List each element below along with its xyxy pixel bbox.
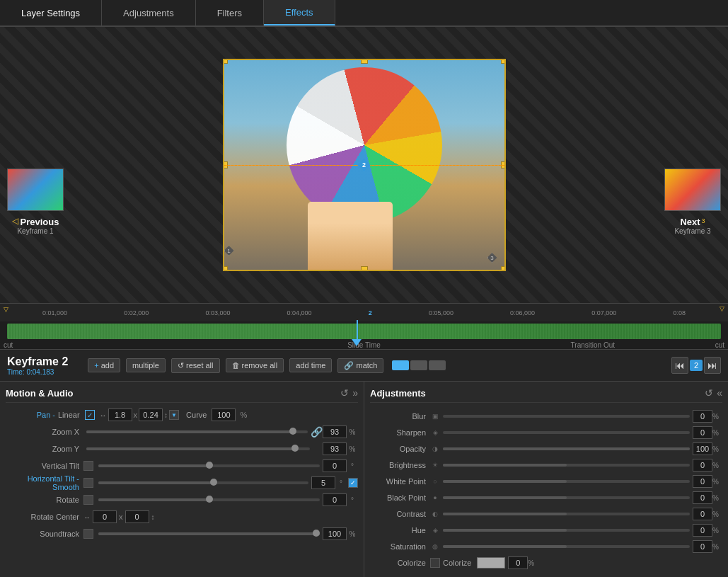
match-button[interactable]: 🔗 match bbox=[337, 358, 383, 373]
rotate-center-row: Rotate Center ↔ 0 x 0 ↕ bbox=[6, 509, 358, 525]
preview-image-container: 2 1 3 bbox=[223, 59, 506, 271]
rotate-value[interactable]: 0 bbox=[323, 493, 347, 506]
zoom-y-unit: % bbox=[347, 445, 358, 453]
rotate-row: Rotate 0 ° bbox=[6, 492, 358, 508]
reset-all-label: reset all bbox=[186, 361, 214, 370]
curve-value[interactable]: 100 bbox=[212, 409, 236, 421]
zoom-x-value[interactable]: 93 bbox=[323, 425, 347, 438]
prev-keyframe-icon: ◁ bbox=[12, 216, 18, 226]
reset-all-button[interactable]: ↺ reset all bbox=[171, 358, 220, 373]
contrast-slider[interactable] bbox=[443, 513, 690, 515]
zoom-x-row: Zoom X 🔗 93 % bbox=[6, 424, 358, 440]
sharpen-label: Sharpen bbox=[370, 428, 430, 437]
hue-value[interactable]: 0 bbox=[693, 524, 712, 537]
sharpen-slider[interactable] bbox=[443, 431, 690, 434]
tick-8: 0:07,000 bbox=[591, 309, 616, 316]
adj-expand-btn[interactable]: « bbox=[717, 387, 722, 399]
tab-effects[interactable]: Effects bbox=[264, 0, 335, 25]
opacity-slider[interactable] bbox=[443, 447, 690, 450]
handle-bottom-right[interactable] bbox=[501, 266, 506, 271]
hue-icon: ◈ bbox=[430, 525, 440, 535]
rotate-center-y[interactable]: 0 bbox=[125, 510, 149, 523]
opacity-value[interactable]: 100 bbox=[693, 442, 712, 455]
sharpen-value[interactable]: 0 bbox=[693, 426, 712, 439]
link-icon: 🔗 bbox=[344, 361, 354, 370]
black-point-value[interactable]: 0 bbox=[693, 491, 712, 504]
playhead-line bbox=[357, 320, 358, 341]
zoom-y-slider[interactable] bbox=[86, 447, 310, 450]
pan-y-value[interactable]: 0.24 bbox=[139, 409, 163, 421]
add-time-button[interactable]: add time bbox=[289, 358, 332, 372]
colorize-value[interactable]: 0 bbox=[508, 556, 528, 569]
blur-value[interactable]: 0 bbox=[693, 410, 712, 423]
soundtrack-slider[interactable] bbox=[98, 532, 320, 535]
saturation-slider[interactable] bbox=[443, 545, 690, 548]
saturation-unit: % bbox=[712, 543, 722, 551]
vertical-tilt-slider[interactable] bbox=[98, 464, 320, 467]
brightness-value[interactable]: 0 bbox=[693, 459, 712, 472]
preview-area: ◁ Previous Keyframe 1 2 bbox=[0, 27, 728, 303]
prev-keyframe-panel: ◁ Previous Keyframe 1 bbox=[7, 168, 64, 235]
keyframe-navigation: ⏮ 2 ⏭ bbox=[671, 357, 721, 374]
vertical-tilt-value[interactable]: 0 bbox=[323, 459, 347, 472]
handle-top-left[interactable] bbox=[223, 59, 228, 64]
segment-btn-3[interactable] bbox=[429, 360, 446, 370]
motion-expand-btn[interactable]: » bbox=[352, 387, 358, 399]
saturation-value[interactable]: 0 bbox=[693, 540, 712, 553]
add-button[interactable]: + add bbox=[88, 358, 120, 372]
handle-top-mid[interactable] bbox=[361, 59, 368, 64]
handle-top-right[interactable] bbox=[501, 59, 506, 64]
prev-keyframe-btn[interactable]: ⏮ bbox=[671, 357, 688, 374]
zoom-y-value[interactable]: 93 bbox=[323, 442, 347, 455]
timeline-track-container[interactable] bbox=[4, 324, 724, 339]
pan-type-toggle[interactable]: ▼ bbox=[169, 410, 179, 420]
segment-btn-2[interactable] bbox=[410, 360, 427, 370]
multiple-button[interactable]: multiple bbox=[126, 358, 166, 372]
colorize-label: Colorize bbox=[370, 559, 430, 567]
black-point-slider[interactable] bbox=[443, 496, 690, 499]
colorize-unit: % bbox=[528, 559, 538, 567]
colorize-swatch[interactable] bbox=[477, 557, 505, 569]
rotate-arrows: ↔ bbox=[83, 513, 91, 521]
timeline-track[interactable] bbox=[7, 324, 721, 339]
keyframe-title-block: Keyframe 2 Time: 0:04.183 bbox=[7, 355, 68, 376]
htilt-check[interactable]: ✓ bbox=[348, 478, 358, 488]
cut-left-label: cut bbox=[4, 341, 13, 349]
brightness-slider[interactable] bbox=[443, 464, 690, 467]
pan-type: Linear bbox=[58, 411, 80, 419]
adj-reset-btn[interactable]: ↺ bbox=[705, 387, 713, 399]
handle-bottom-left[interactable] bbox=[223, 266, 228, 271]
blur-slider[interactable] bbox=[443, 415, 690, 418]
preview-image-wrapper[interactable]: 2 1 3 bbox=[223, 59, 506, 271]
zoom-y-label: Zoom Y bbox=[6, 445, 83, 453]
tick-9: 0:08 bbox=[673, 309, 686, 316]
white-point-icon: ○ bbox=[430, 476, 440, 486]
tab-filters[interactable]: Filters bbox=[196, 0, 264, 25]
rotate-slider[interactable] bbox=[98, 498, 320, 501]
horiz-tilt-slider[interactable] bbox=[98, 481, 308, 484]
contrast-label: Contrast bbox=[370, 510, 430, 518]
colorize-checkbox[interactable] bbox=[430, 558, 440, 568]
pan-checkbox[interactable]: ✓ bbox=[85, 410, 95, 420]
segment-btn-1[interactable] bbox=[392, 360, 409, 370]
timeline-ruler[interactable]: ▽ 0:01,000 0:02,000 0:03,000 0:04,000 2 … bbox=[0, 304, 728, 321]
soundtrack-value[interactable]: 100 bbox=[323, 527, 347, 540]
prev-keyframe-sub: Keyframe 1 bbox=[17, 227, 53, 235]
pan-x-value[interactable]: 1.8 bbox=[108, 409, 132, 421]
hue-slider[interactable] bbox=[443, 529, 690, 532]
white-point-slider[interactable] bbox=[443, 480, 690, 483]
tab-layer-settings[interactable]: Layer Settings bbox=[0, 0, 102, 25]
rotate-center-x[interactable]: 0 bbox=[93, 510, 117, 523]
contrast-value[interactable]: 0 bbox=[693, 508, 712, 520]
zoom-x-slider[interactable] bbox=[86, 430, 308, 433]
motion-reset-btn[interactable]: ↺ bbox=[340, 387, 349, 399]
handle-bottom-mid[interactable] bbox=[361, 266, 368, 271]
vtilt-icon bbox=[83, 461, 93, 471]
next-keyframe-btn[interactable]: ⏭ bbox=[704, 357, 721, 374]
tab-adjustments[interactable]: Adjustments bbox=[102, 0, 196, 25]
white-point-value[interactable]: 0 bbox=[693, 475, 712, 488]
remove-all-button[interactable]: 🗑 remove all bbox=[226, 358, 284, 372]
zoom-link-icon[interactable]: 🔗 bbox=[311, 426, 323, 438]
tick-5-active: 2 bbox=[369, 309, 372, 316]
horiz-tilt-value[interactable]: 5 bbox=[311, 476, 335, 489]
